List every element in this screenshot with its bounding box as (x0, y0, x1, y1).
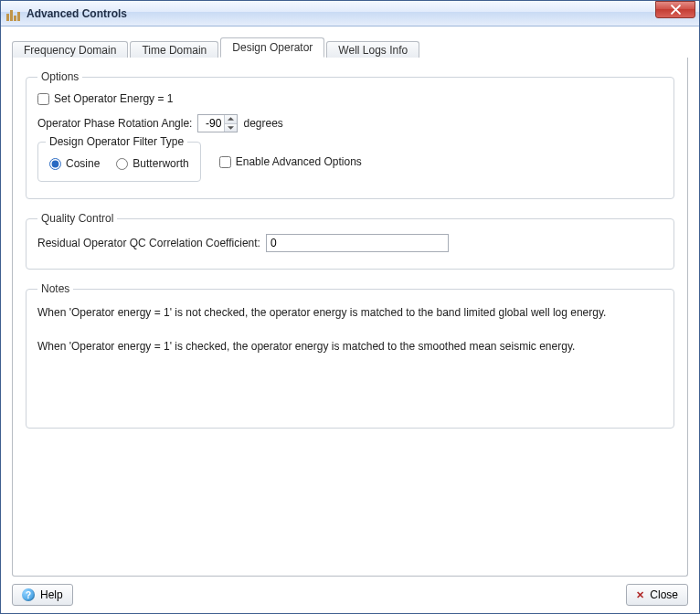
tab-strip: Frequency Domain Time Domain Design Oper… (12, 37, 688, 58)
titlebar: Advanced Controls (1, 1, 699, 26)
phase-label: Operator Phase Rotation Angle: (37, 117, 192, 130)
set-operator-energy-checkbox[interactable] (37, 93, 49, 105)
tab-design-operator[interactable]: Design Operator (220, 37, 324, 58)
close-button-label: Close (650, 588, 678, 601)
qc-label: Residual Operator QC Correlation Coeffic… (37, 237, 260, 249)
tab-well-logs-info[interactable]: Well Logs Info (326, 41, 419, 58)
spinner-down-button[interactable] (225, 124, 237, 132)
filter-line: Design Operator Filter Type Cosine Butte… (37, 142, 663, 182)
footer-bar: ? Help ✕ Close (12, 577, 688, 606)
window-title: Advanced Controls (27, 7, 127, 20)
notes-text: When 'Operator energy = 1' is not checke… (37, 304, 663, 355)
close-icon (671, 5, 681, 15)
window-frame: Advanced Controls Frequency Domain Time … (0, 0, 700, 614)
filter-type-group: Design Operator Filter Type Cosine Butte… (37, 142, 201, 182)
tab-spacer (421, 38, 688, 58)
notes-paragraph: When 'Operator energy = 1' is checked, t… (37, 338, 663, 355)
tab-panel-design-operator: Options Set Operator Energy = 1 Operator… (12, 58, 688, 577)
help-button[interactable]: ? Help (12, 584, 73, 606)
help-button-label: Help (40, 588, 63, 601)
tab-time-domain[interactable]: Time Domain (130, 41, 218, 58)
qc-row: Residual Operator QC Correlation Coeffic… (37, 234, 663, 252)
phase-angle-spinner[interactable] (197, 114, 238, 132)
enable-advanced-label[interactable]: Enable Advanced Options (236, 155, 362, 168)
spinner-up-button[interactable] (225, 115, 237, 124)
phase-angle-input[interactable] (198, 115, 224, 132)
tab-label: Time Domain (142, 44, 207, 57)
quality-control-group: Quality Control Residual Operator QC Cor… (26, 212, 674, 270)
notes-paragraph: When 'Operator energy = 1' is not checke… (37, 304, 663, 322)
phase-row: Operator Phase Rotation Angle: degrees (37, 114, 663, 132)
phase-unit-label: degrees (243, 117, 282, 130)
help-icon: ? (22, 588, 35, 601)
enable-advanced-checkbox[interactable] (219, 156, 231, 168)
window-close-button[interactable] (655, 1, 695, 18)
notes-group: Notes When 'Operator energy = 1' is not … (26, 282, 674, 429)
client-area: Frequency Domain Time Domain Design Oper… (1, 26, 699, 613)
tab-label: Well Logs Info (338, 44, 408, 57)
set-operator-energy-label[interactable]: Set Operator Energy = 1 (54, 92, 173, 105)
close-icon: ✕ (636, 590, 644, 600)
tab-label: Design Operator (232, 41, 313, 54)
spinner-buttons (224, 115, 237, 132)
notes-legend: Notes (37, 282, 73, 295)
tab-control: Frequency Domain Time Domain Design Oper… (12, 37, 688, 577)
filter-type-legend: Design Operator Filter Type (46, 135, 187, 148)
tab-label: Frequency Domain (24, 44, 116, 57)
filter-butterworth-label[interactable]: Butterworth (133, 157, 188, 170)
options-legend: Options (37, 70, 82, 83)
options-group: Options Set Operator Energy = 1 Operator… (26, 70, 674, 199)
set-energy-row: Set Operator Energy = 1 (37, 92, 663, 105)
filter-butterworth-radio[interactable] (116, 158, 128, 170)
app-icon (6, 6, 21, 21)
filter-cosine-label[interactable]: Cosine (66, 157, 100, 170)
close-button[interactable]: ✕ Close (626, 584, 688, 606)
qc-legend: Quality Control (37, 212, 117, 225)
tab-frequency-domain[interactable]: Frequency Domain (12, 41, 128, 58)
filter-type-radios: Cosine Butterworth (49, 157, 189, 170)
filter-cosine-radio[interactable] (49, 158, 61, 170)
notes-wrap: Notes When 'Operator energy = 1' is not … (26, 282, 674, 429)
qc-coefficient-input[interactable] (266, 234, 449, 252)
